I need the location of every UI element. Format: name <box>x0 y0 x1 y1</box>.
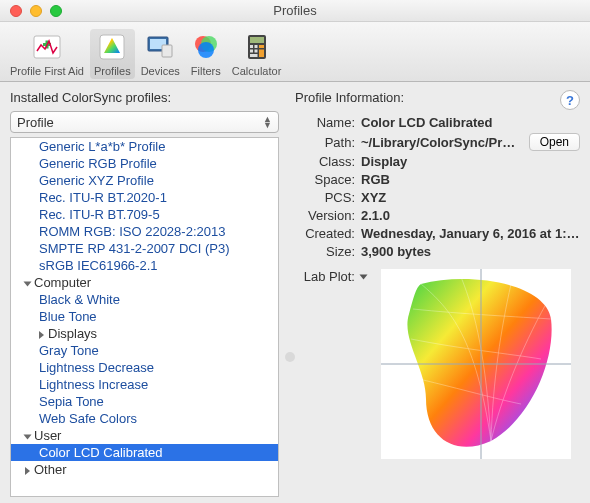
svg-rect-14 <box>254 45 257 48</box>
lab-plot-section: Lab Plot: <box>295 269 580 459</box>
tree-group-label: Displays <box>48 326 97 341</box>
gamut-plot-icon <box>381 269 571 459</box>
tree-group[interactable]: User <box>11 427 278 444</box>
svg-rect-15 <box>259 45 264 48</box>
tree-item[interactable]: Lightness Decrease <box>11 359 278 376</box>
titlebar: Profiles <box>0 0 590 22</box>
tree-item[interactable]: ROMM RGB: ISO 22028-2:2013 <box>11 223 278 240</box>
tree-group[interactable]: Displays <box>11 325 278 342</box>
size-label: Size: <box>295 244 355 259</box>
tree-item[interactable]: Generic L*a*b* Profile <box>11 138 278 155</box>
toolbar-label: Profile First Aid <box>10 65 84 77</box>
window-title: Profiles <box>0 3 590 18</box>
svg-rect-13 <box>250 45 253 48</box>
filters-icon <box>190 31 222 63</box>
svg-rect-18 <box>259 50 264 58</box>
tree-item[interactable]: Lightness Increase <box>11 376 278 393</box>
toolbar: Profile First Aid Profiles Devices Filte… <box>0 22 590 82</box>
tree-item[interactable]: Sepia Tone <box>11 393 278 410</box>
pane-resize-handle[interactable] <box>285 352 295 362</box>
toolbar-profiles[interactable]: Profiles <box>90 29 135 79</box>
profile-info-heading: Profile Information: <box>295 90 580 105</box>
pcs-value: XYZ <box>361 190 580 205</box>
profiles-list[interactable]: Generic L*a*b* ProfileGeneric RGB Profil… <box>10 137 279 497</box>
path-label: Path: <box>295 135 355 150</box>
disclosure-triangle-icon <box>25 467 30 475</box>
tree-item[interactable]: Generic RGB Profile <box>11 155 278 172</box>
svg-rect-7 <box>162 45 172 57</box>
svg-rect-17 <box>254 50 257 53</box>
tree-group-label: Computer <box>34 275 91 290</box>
open-button[interactable]: Open <box>529 133 580 151</box>
toolbar-calculator[interactable]: Calculator <box>228 29 286 79</box>
version-label: Version: <box>295 208 355 223</box>
lab-plot[interactable] <box>381 269 571 459</box>
version-value: 2.1.0 <box>361 208 580 223</box>
class-label: Class: <box>295 154 355 169</box>
right-panel: Profile Information: ? Name: Color LCD C… <box>285 82 590 503</box>
created-label: Created: <box>295 226 355 241</box>
toolbar-label: Filters <box>191 65 221 77</box>
class-value: Display <box>361 154 580 169</box>
calculator-icon <box>241 31 273 63</box>
first-aid-icon <box>31 31 63 63</box>
dropdown-value: Profile <box>17 115 54 130</box>
chevron-updown-icon: ▲▼ <box>263 116 272 128</box>
disclosure-triangle-icon[interactable] <box>360 275 368 280</box>
toolbar-profile-first-aid[interactable]: Profile First Aid <box>6 29 88 79</box>
svg-rect-16 <box>250 50 253 53</box>
space-value: RGB <box>361 172 580 187</box>
tree-item[interactable]: Blue Tone <box>11 308 278 325</box>
name-value: Color LCD Calibrated <box>361 115 580 130</box>
tree-group-label: Other <box>34 462 67 477</box>
tree-item[interactable]: SMPTE RP 431-2-2007 DCI (P3) <box>11 240 278 257</box>
tree-group[interactable]: Other <box>11 461 278 478</box>
profile-info-grid: Name: Color LCD Calibrated Path: ~/Libra… <box>295 115 580 259</box>
space-label: Space: <box>295 172 355 187</box>
tree-item[interactable]: Color LCD Calibrated <box>11 444 278 461</box>
name-label: Name: <box>295 115 355 130</box>
toolbar-filters[interactable]: Filters <box>186 29 226 79</box>
toolbar-label: Profiles <box>94 65 131 77</box>
path-value: ~/Library/ColorSync/Profiles… <box>361 135 523 150</box>
installed-profiles-label: Installed ColorSync profiles: <box>10 90 279 105</box>
tree-item[interactable]: Rec. ITU-R BT.2020-1 <box>11 189 278 206</box>
svg-point-10 <box>198 42 214 58</box>
tree-item[interactable]: Generic XYZ Profile <box>11 172 278 189</box>
toolbar-label: Devices <box>141 65 180 77</box>
devices-icon <box>144 31 176 63</box>
tree-item[interactable]: Black & White <box>11 291 278 308</box>
profile-sort-dropdown[interactable]: Profile ▲▼ <box>10 111 279 133</box>
svg-rect-19 <box>250 54 258 57</box>
toolbar-devices[interactable]: Devices <box>137 29 184 79</box>
labplot-label: Lab Plot: <box>295 269 355 459</box>
tree-item[interactable]: sRGB IEC61966-2.1 <box>11 257 278 274</box>
tree-item[interactable]: Gray Tone <box>11 342 278 359</box>
created-value: Wednesday, January 6, 2016 at 1:53:4… <box>361 226 580 241</box>
size-value: 3,900 bytes <box>361 244 580 259</box>
tree-group[interactable]: Computer <box>11 274 278 291</box>
help-button[interactable]: ? <box>560 90 580 110</box>
pcs-label: PCS: <box>295 190 355 205</box>
tree-group-label: User <box>34 428 61 443</box>
disclosure-triangle-icon <box>39 331 44 339</box>
body: Installed ColorSync profiles: Profile ▲▼… <box>0 82 590 503</box>
profiles-icon <box>96 31 128 63</box>
tree-item[interactable]: Web Safe Colors <box>11 410 278 427</box>
disclosure-triangle-icon <box>24 281 32 286</box>
left-panel: Installed ColorSync profiles: Profile ▲▼… <box>0 82 285 503</box>
toolbar-label: Calculator <box>232 65 282 77</box>
disclosure-triangle-icon <box>24 434 32 439</box>
svg-rect-12 <box>250 37 264 43</box>
tree-item[interactable]: Rec. ITU-R BT.709-5 <box>11 206 278 223</box>
